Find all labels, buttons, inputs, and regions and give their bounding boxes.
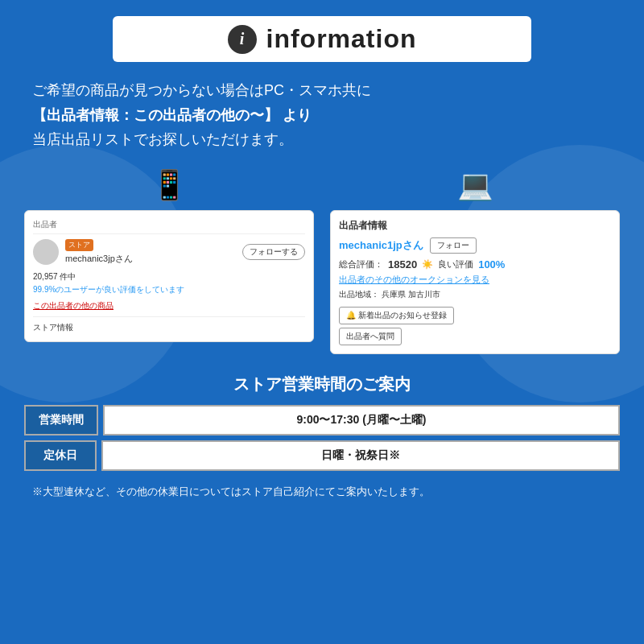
avatar-mobile xyxy=(33,239,59,265)
auction-link-desktop[interactable]: 出品者のその他のオークションを見る xyxy=(339,274,611,286)
mobile-col: 📱 出品者 ストア mechanic3jpさん フォローする 20,957 件中… xyxy=(24,168,314,354)
question-btn-desktop[interactable]: 出品者へ質問 xyxy=(339,328,402,345)
seller-section-label: 出品者 xyxy=(33,219,305,234)
desktop-icon: 💻 xyxy=(457,168,493,202)
hours-label-1: 定休日 xyxy=(24,440,97,471)
description-block: ご希望の商品が見つからない場合はPC・スマホ共に 【出品者情報：この出品者の他の… xyxy=(24,78,620,152)
notification-btn-desktop[interactable]: 🔔 新着出品のお知らせ登録 xyxy=(339,307,454,324)
description-line3: 当店出品リストでお探しいただけます。 xyxy=(32,127,612,152)
seller-name-mobile: mechanic3jpさん xyxy=(65,253,236,265)
desktop-col: 💻 出品者情報 mechanic1jpさん フォロー 総合評価： 18520 ☀… xyxy=(330,168,620,354)
main-container: i information ご希望の商品が見つからない場合はPC・スマホ共に 【… xyxy=(0,0,644,515)
store-info-link-mobile[interactable]: ストア情報 xyxy=(33,316,305,333)
hours-label-0: 営業時間 xyxy=(24,405,98,436)
rating-row-desktop: 総合評価： 18520 ☀️ 良い評価 100% xyxy=(339,258,611,270)
desktop-section-label: 出品者情報 xyxy=(339,219,611,233)
total-rating-value: 18520 xyxy=(388,258,417,270)
mobile-icon: 📱 xyxy=(151,168,188,202)
sun-icon: ☀️ xyxy=(422,259,433,270)
info-title: information xyxy=(266,24,417,54)
count-mobile: 20,957 件中 xyxy=(33,271,305,283)
hours-value-1: 日曜・祝祭日※ xyxy=(101,440,620,471)
mobile-screenshot: 出品者 ストア mechanic3jpさん フォローする 20,957 件中 9… xyxy=(24,210,314,342)
hours-value-0: 9:00〜17:30 (月曜〜土曜) xyxy=(103,405,620,436)
description-line1: ご希望の商品が見つからない場合はPC・スマホ共に xyxy=(32,78,612,103)
hours-row-0: 営業時間 9:00〜17:30 (月曜〜土曜) xyxy=(24,405,620,436)
seller-row-desktop: mechanic1jpさん フォロー xyxy=(339,237,611,254)
store-hours-section: ストア営業時間のご案内 営業時間 9:00〜17:30 (月曜〜土曜) 定休日 … xyxy=(24,374,620,471)
follow-button-mobile[interactable]: フォローする xyxy=(242,244,305,260)
good-rating-percent: 100% xyxy=(478,258,505,270)
info-icon: i xyxy=(228,25,257,54)
desktop-screenshot: 出品者情報 mechanic1jpさん フォロー 総合評価： 18520 ☀️ … xyxy=(330,210,620,354)
location-text-desktop: 出品地域： 兵庫県 加古川市 xyxy=(339,289,611,300)
good-rating-label: 良い評価 xyxy=(438,258,473,270)
store-hours-title: ストア営業時間のご案内 xyxy=(24,374,620,395)
seller-info-mobile: ストア mechanic3jpさん xyxy=(65,239,236,265)
hours-row-1: 定休日 日曜・祝祭日※ xyxy=(24,440,620,471)
info-header: i information xyxy=(113,16,531,62)
screenshots-row: 📱 出品者 ストア mechanic3jpさん フォローする 20,957 件中… xyxy=(24,168,620,354)
seller-name-desktop: mechanic1jpさん xyxy=(339,238,423,253)
note-text: ※大型連休など、その他の休業日についてはストア自己紹介にてご案内いたします。 xyxy=(24,484,620,500)
total-rating-label: 総合評価： xyxy=(339,258,383,270)
follow-button-desktop[interactable]: フォロー xyxy=(430,237,477,254)
store-badge: ストア xyxy=(65,239,93,251)
rating-text-mobile: 99.9%のユーザーが良い評価をしています xyxy=(33,284,305,295)
description-line2: 【出品者情報：この出品者の他の〜】 より xyxy=(32,103,612,128)
other-items-link-mobile[interactable]: この出品者の他の商品 xyxy=(33,300,305,312)
seller-row-mobile: ストア mechanic3jpさん フォローする xyxy=(33,239,305,265)
